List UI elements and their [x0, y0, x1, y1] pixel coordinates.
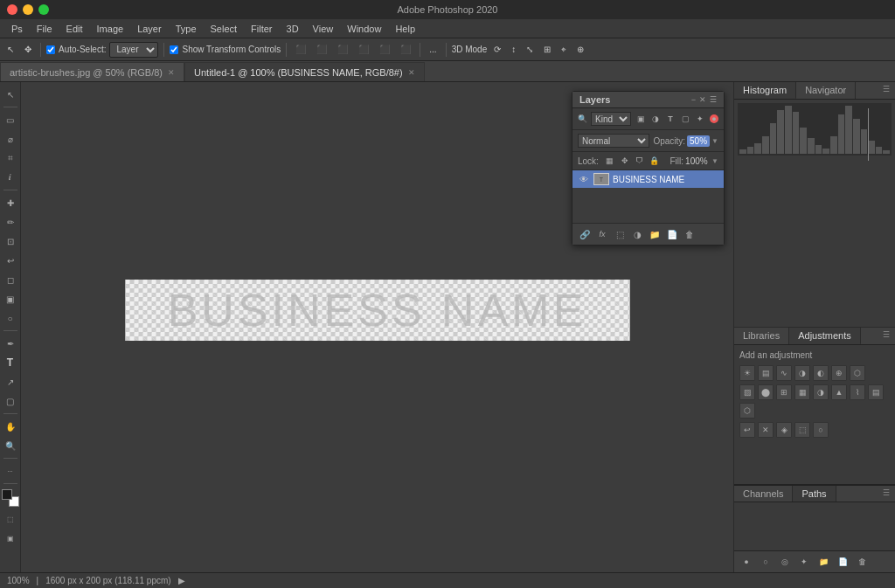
selective-color-icon[interactable]: ⬡	[739, 403, 755, 419]
gradient-map-icon[interactable]: ▤	[868, 384, 884, 400]
select-tool[interactable]: ▭	[2, 111, 19, 128]
extra-tools-btn[interactable]: ···	[2, 462, 19, 480]
3d-btn3[interactable]: ⤡	[523, 43, 537, 56]
menu-type[interactable]: Type	[170, 22, 203, 36]
path-select-tool[interactable]: ↗	[2, 373, 19, 391]
maximize-button[interactable]	[38, 4, 49, 15]
clone-tool[interactable]: ⊡	[2, 232, 19, 250]
dodge-tool[interactable]: ○	[2, 309, 19, 327]
menu-view[interactable]: View	[307, 22, 340, 36]
color-swatches[interactable]	[2, 489, 19, 507]
opacity-arrow[interactable]: ▼	[711, 137, 718, 145]
status-arrow[interactable]: ▶	[178, 576, 185, 585]
lock-pixels-icon[interactable]: ▦	[604, 155, 616, 167]
layer-visibility-icon[interactable]: 👁	[578, 173, 590, 185]
adj-icon-extra2[interactable]: ✕	[758, 422, 774, 438]
fill-value[interactable]: 100%	[685, 156, 710, 166]
photo-filter-icon[interactable]: ⬤	[758, 384, 774, 400]
kind-select[interactable]: Kind	[591, 112, 631, 126]
invert-icon[interactable]: ◑	[813, 384, 829, 400]
menu-window[interactable]: Window	[341, 22, 387, 36]
menu-image[interactable]: Image	[91, 22, 130, 36]
panel-collapse-btn[interactable]: −	[691, 95, 696, 104]
3d-btn5[interactable]: ⌖	[558, 43, 570, 57]
adj-icon-extra3[interactable]: ◈	[776, 422, 792, 438]
type-filter-icon[interactable]: T	[664, 113, 676, 125]
menu-ps[interactable]: Ps	[5, 22, 29, 36]
auto-select-checkbox[interactable]	[46, 45, 55, 54]
hue-saturation-icon[interactable]: ⊕	[831, 365, 847, 381]
foreground-color[interactable]	[2, 489, 12, 500]
quick-mask-btn[interactable]: ⬚	[2, 510, 19, 528]
3d-btn6[interactable]: ⊕	[573, 43, 587, 56]
color-balance-icon[interactable]: ⬡	[850, 365, 865, 381]
align-left-btn[interactable]: ⬛	[292, 43, 309, 56]
panel-menu-btn[interactable]: ☰	[710, 95, 717, 104]
histogram-menu-btn[interactable]: ☰	[878, 82, 895, 99]
fx-btn[interactable]: fx	[595, 227, 609, 241]
channels-icon3[interactable]: ◎	[778, 555, 792, 569]
levels-icon[interactable]: ▤	[758, 365, 774, 381]
eyedropper-tool[interactable]: 𝒊	[2, 169, 19, 186]
lock-position-icon[interactable]: ✥	[619, 155, 631, 167]
tab-close-2[interactable]: ✕	[408, 68, 415, 77]
channels-icon5[interactable]: 📁	[816, 555, 830, 569]
menu-file[interactable]: File	[31, 22, 59, 36]
auto-select-dropdown[interactable]: Layer Group	[109, 42, 158, 58]
transform-checkbox[interactable]	[170, 45, 178, 54]
crop-tool[interactable]: ⌗	[2, 149, 19, 167]
pen-tool[interactable]: ✒	[2, 335, 19, 352]
adj-icon-extra4[interactable]: ⬚	[794, 422, 810, 438]
minimize-button[interactable]	[23, 4, 33, 15]
new-layer-btn[interactable]: 📄	[665, 227, 679, 241]
panel-close-btn[interactable]: ✕	[699, 95, 706, 104]
channels-icon6[interactable]: 📄	[836, 555, 850, 569]
type-tool[interactable]: T	[2, 354, 19, 371]
tab-channels[interactable]: Channels	[734, 486, 793, 502]
channels-icon1[interactable]: ●	[739, 555, 753, 569]
zoom-tool[interactable]: 🔍	[2, 437, 19, 454]
align-right-btn[interactable]: ⬛	[334, 43, 351, 56]
close-button[interactable]	[7, 4, 17, 15]
shape-tool[interactable]: ▢	[2, 392, 19, 410]
exposure-icon[interactable]: ◑	[794, 365, 810, 381]
lock-all-icon[interactable]: 🔒	[649, 155, 661, 167]
hand-tool[interactable]: ✋	[2, 418, 19, 435]
adjustment-filter-icon[interactable]: ◑	[649, 113, 662, 125]
tab-untitled-1[interactable]: Untitled-1 @ 100% (BUSINESS NAME, RGB/8#…	[184, 62, 425, 81]
adj-icon-extra5[interactable]: ○	[813, 422, 829, 438]
posterize-icon[interactable]: ▲	[831, 384, 847, 400]
threshold-icon[interactable]: ⌇	[850, 384, 865, 400]
adj-icon-extra1[interactable]: ↩	[739, 422, 755, 438]
channels-icon2[interactable]: ○	[759, 555, 773, 569]
align-middle-btn[interactable]: ⬛	[376, 43, 393, 56]
menu-help[interactable]: Help	[389, 22, 421, 36]
delete-layer-btn[interactable]: 🗑	[683, 227, 697, 241]
lasso-tool[interactable]: ⌀	[2, 130, 19, 148]
curves-icon[interactable]: ∿	[776, 365, 792, 381]
history-tool[interactable]: ↩	[2, 252, 19, 269]
lock-artboard-icon[interactable]: ⛉	[634, 155, 646, 167]
new-adjustment-btn[interactable]: ◑	[630, 227, 644, 241]
filter-toggle[interactable]: ●	[710, 114, 718, 123]
brush-tool[interactable]: ✏	[2, 213, 19, 231]
add-mask-btn[interactable]: ⬚	[613, 227, 627, 241]
tab-close-1[interactable]: ✕	[168, 68, 175, 77]
link-layers-btn[interactable]: 🔗	[578, 227, 592, 241]
spot-healing-tool[interactable]: ✚	[2, 194, 19, 211]
eraser-tool[interactable]: ◻	[2, 271, 19, 288]
adjustments-menu-btn[interactable]: ☰	[878, 328, 895, 344]
tab-navigator[interactable]: Navigator	[796, 82, 856, 99]
opacity-value[interactable]: 50%	[687, 135, 710, 147]
tab-artistic-brushes[interactable]: artistic-brushes.jpg @ 50% (RGB/8) ✕	[0, 62, 184, 81]
smart-filter-icon[interactable]: ✦	[694, 113, 706, 125]
channels-icon7[interactable]: 🗑	[855, 555, 869, 569]
tab-libraries[interactable]: Libraries	[734, 328, 789, 344]
align-bottom-btn[interactable]: ⬛	[397, 43, 414, 56]
vibrance-icon[interactable]: ◐	[813, 365, 829, 381]
move-tool-arrow[interactable]: ↖	[3, 43, 17, 56]
layer-row-business-name[interactable]: 👁 T BUSINESS NAME	[572, 170, 724, 188]
menu-3d[interactable]: 3D	[281, 22, 305, 36]
tab-paths[interactable]: Paths	[793, 486, 836, 502]
menu-layer[interactable]: Layer	[131, 22, 168, 36]
